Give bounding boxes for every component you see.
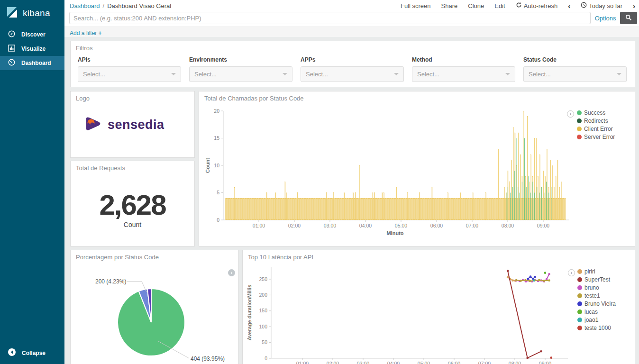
legend-label: joao1: [584, 317, 598, 323]
options-link[interactable]: Options: [591, 15, 620, 22]
svg-text:Average durationMillis: Average durationMillis: [246, 285, 252, 341]
svg-text:04:00: 04:00: [359, 223, 372, 228]
svg-text:10: 10: [214, 163, 219, 168]
svg-text:06:00: 06:00: [448, 361, 460, 364]
apps-select[interactable]: Select...: [301, 66, 404, 82]
chevron-down-icon: [171, 73, 176, 75]
clone-button[interactable]: Clone: [468, 2, 484, 9]
legend-item[interactable]: teste 1000: [577, 325, 616, 331]
legend-dot-icon: [577, 127, 582, 131]
legend-dot-icon: [577, 293, 582, 298]
svg-text:404 (93.95%): 404 (93.95%): [191, 355, 225, 362]
edit-button[interactable]: Edit: [494, 2, 505, 9]
legend-toggle-icon[interactable]: ›: [567, 110, 574, 118]
legend-item[interactable]: piriri: [577, 268, 616, 275]
legend-label: teste1: [584, 292, 600, 299]
plus-icon: +: [98, 30, 101, 36]
svg-text:02:00: 02:00: [327, 361, 339, 364]
share-button[interactable]: Share: [441, 2, 458, 9]
legend-label: Success: [584, 109, 605, 116]
svg-text:03:00: 03:00: [324, 223, 336, 228]
legend-label: lucas: [584, 309, 598, 315]
search-input[interactable]: [69, 12, 591, 24]
chevron-down-icon: [505, 73, 510, 75]
legend-item[interactable]: Redirects: [577, 118, 615, 124]
legend-item[interactable]: lucas: [577, 309, 616, 315]
legend-item[interactable]: Bruno Vieira: [577, 300, 616, 307]
full-screen-button[interactable]: Full screen: [401, 2, 431, 9]
kibana-logo-icon: [6, 6, 18, 20]
breadcrumb-separator: /: [103, 2, 105, 9]
search-icon: [625, 14, 632, 22]
legend-label: SuperTest: [584, 276, 610, 283]
line-series-joao1: [533, 279, 535, 282]
legend-item[interactable]: teste1: [577, 292, 616, 299]
time-forward-chevron[interactable]: ›: [633, 2, 635, 9]
refresh-icon: [516, 2, 522, 9]
clock-icon: [581, 2, 587, 9]
sidebar-item-label: Visualize: [21, 46, 46, 52]
legend-item[interactable]: SuperTest: [577, 276, 616, 283]
svg-text:Count: Count: [205, 158, 210, 173]
method-select[interactable]: Select...: [412, 66, 515, 82]
legend-label: Bruno Vieira: [584, 300, 616, 307]
apis-select[interactable]: Select...: [78, 66, 181, 82]
environments-select[interactable]: Select...: [189, 66, 292, 82]
svg-text:50: 50: [262, 339, 267, 345]
legend-toggle-icon[interactable]: ›: [568, 269, 575, 276]
sidebar-item-discover[interactable]: Discover: [0, 27, 64, 42]
panel-title: Logo: [76, 95, 90, 102]
filter-label: Environments: [189, 56, 292, 63]
svg-text:150: 150: [259, 308, 267, 313]
svg-text:04:00: 04:00: [387, 361, 400, 364]
legend-item[interactable]: Client Error: [577, 126, 615, 132]
panel-total-requests: Total de Requests 2,628 Count: [70, 161, 195, 246]
breadcrumb: Dashboard / Dashboard Visão Geral: [70, 2, 171, 9]
svg-text:07:00: 07:00: [478, 361, 491, 364]
chevron-down-icon: [283, 73, 287, 75]
sidebar-collapse-button[interactable]: Collapse: [0, 345, 64, 361]
kibana-brand[interactable]: kibana: [0, 0, 64, 27]
add-filter-button[interactable]: Add a filter+: [70, 30, 101, 36]
legend-item[interactable]: joao1: [577, 317, 616, 323]
status-pie-chart: 200 (4.23%)404 (93.95%): [71, 250, 238, 364]
status-code-select[interactable]: Select...: [523, 66, 627, 82]
legend-item[interactable]: Success: [577, 109, 615, 116]
legend-item[interactable]: bruno: [577, 284, 616, 291]
breadcrumb-current: Dashboard Visão Geral: [107, 2, 171, 9]
svg-text:20: 20: [214, 108, 219, 114]
auto-refresh-button[interactable]: Auto-refresh: [516, 2, 558, 9]
svg-text:05:00: 05:00: [418, 361, 430, 364]
svg-text:01:00: 01:00: [296, 361, 309, 364]
svg-text:5: 5: [217, 190, 219, 195]
latency-line-chart: 05010015020025001:0002:0003:0004:0005:00…: [243, 250, 635, 364]
time-range-picker[interactable]: Today so far: [581, 2, 622, 9]
filter-field-apis: APIs Select...: [78, 56, 181, 82]
legend-dot-icon: [577, 309, 582, 314]
legend-dot-icon: [577, 135, 582, 139]
filter-field-apps: APPs Select...: [301, 56, 404, 82]
search-button[interactable]: [620, 12, 637, 24]
kibana-dashboard-app: kibana Discover Visualize Dashboard Coll…: [0, 0, 639, 364]
filter-label: Status Code: [523, 56, 627, 63]
svg-text:03:00: 03:00: [357, 361, 369, 364]
filter-field-method: Method Select...: [412, 56, 515, 82]
search-row: Options: [64, 10, 639, 26]
sidebar-item-visualize[interactable]: Visualize: [0, 42, 64, 56]
filter-label: APIs: [78, 56, 181, 63]
filter-label: APPs: [301, 56, 404, 63]
legend-label: Redirects: [584, 118, 608, 124]
legend-item[interactable]: Server Error: [577, 134, 615, 140]
time-back-chevron[interactable]: ‹: [568, 2, 570, 9]
breadcrumb-dashboard-link[interactable]: Dashboard: [70, 2, 100, 9]
svg-text:02:00: 02:00: [288, 223, 301, 228]
line-chart-legend: piririSuperTestbrunoteste1Bruno Vieiralu…: [577, 268, 616, 331]
top-menu: Full screen Share Clone Edit Auto-refres…: [401, 2, 635, 9]
panel-title: Filtros: [76, 45, 92, 52]
legend-label: Server Error: [584, 134, 615, 140]
sensedia-logo: sensedia: [82, 113, 164, 136]
svg-text:250: 250: [259, 276, 267, 282]
panel-status-pie: Porcentagem por Status Code ‹ 200 (4.23%…: [70, 250, 238, 364]
legend-dot-icon: [577, 269, 582, 274]
sidebar-item-dashboard[interactable]: Dashboard: [0, 56, 64, 70]
